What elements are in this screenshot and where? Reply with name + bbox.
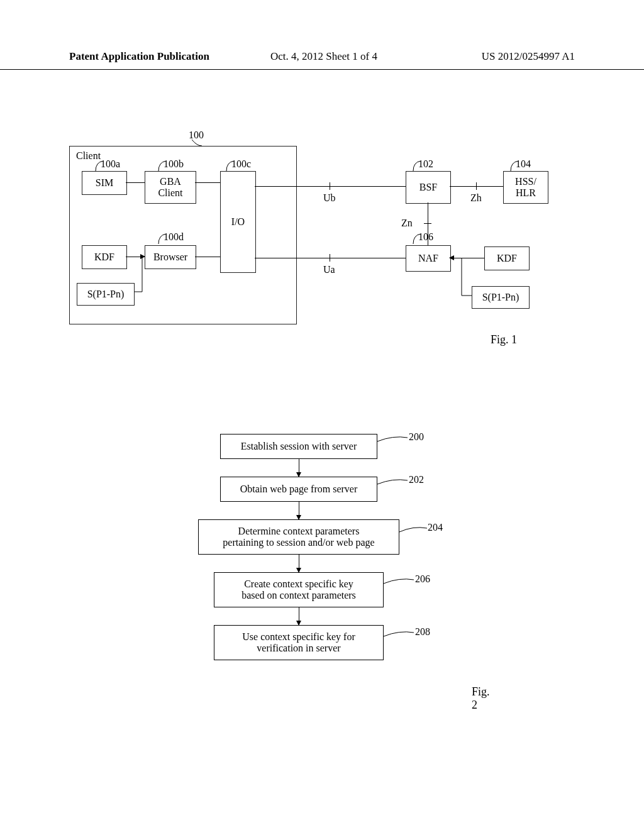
header-center: Oct. 4, 2012 Sheet 1 of 4 (270, 50, 377, 63)
sp-left-label: S(P1-Pn) (87, 289, 125, 300)
step-202-box: Obtain web page from server (220, 477, 377, 502)
label-ua: Ua (323, 264, 335, 275)
sp-right-label: S(P1-Pn) (482, 292, 519, 303)
header-left: Patent Application Publication (69, 50, 209, 63)
naf-label: NAF (418, 253, 438, 264)
naf-box: NAF (406, 245, 451, 272)
label-ub: Ub (323, 192, 336, 204)
header-right: US 2012/0254997 A1 (482, 50, 575, 63)
hss-label: HSS/ HLR (515, 176, 536, 199)
label-zn: Zn (401, 218, 413, 229)
arrow-206-208 (299, 607, 299, 625)
step-202-text: Obtain web page from server (240, 484, 358, 495)
kdf-right-box: KDF (484, 246, 530, 270)
client-title: Client (76, 150, 101, 162)
step-208-num: 208 (415, 626, 430, 638)
line-ua (255, 258, 406, 258)
hss-box: HSS/ HLR (503, 171, 548, 204)
step-202-num: 202 (409, 474, 424, 485)
sp-left-box: S(P1-Pn) (77, 283, 135, 306)
kdf-left-label: KDF (94, 252, 114, 263)
io-box: I/O (220, 171, 256, 273)
kdf-right-label: KDF (497, 253, 517, 264)
arrow-200-202 (299, 459, 299, 477)
step-208-box: Use context specific key for verificatio… (214, 625, 384, 660)
gba-label: GBA Client (158, 176, 182, 199)
fig2-caption: Fig. 2 (472, 685, 490, 712)
kdf-left-box: KDF (82, 245, 127, 269)
sp-right-connector (450, 258, 473, 297)
sim-box: SIM (82, 171, 127, 195)
line-zn (428, 202, 428, 245)
tick-ua (330, 254, 330, 262)
label-zh: Zh (470, 192, 482, 204)
sp-left-connector (135, 257, 147, 293)
step-204-box: Determine context parameters pertaining … (198, 519, 399, 555)
line-ub (255, 186, 406, 187)
step-200-text: Establish session with server (241, 441, 357, 452)
line-sim-gba (126, 182, 145, 183)
step-208-text: Use context specific key for verificatio… (242, 631, 355, 654)
tick-zh (476, 182, 477, 190)
callout-curve-100 (192, 140, 203, 148)
figure-2: Establish session with server 200 Obtain… (176, 434, 478, 711)
tick-zn (424, 223, 431, 224)
callout-206 (384, 578, 415, 589)
hook-106 (412, 234, 422, 245)
hook-100d (157, 234, 167, 245)
callout-200 (377, 436, 409, 446)
arrow-204-206 (299, 555, 299, 572)
step-206-num: 206 (415, 573, 430, 585)
bsf-label: BSF (419, 182, 437, 193)
callout-208 (384, 631, 415, 641)
gba-box: GBA Client (145, 171, 196, 204)
step-200-box: Establish session with server (220, 434, 377, 459)
tick-ub (330, 182, 330, 190)
bsf-box: BSF (406, 171, 451, 204)
line-browser-io (195, 257, 220, 257)
page: Patent Application Publication Oct. 4, 2… (0, 0, 644, 830)
figure-1: Client 100 100a 100b 100c SIM GBA Client… (69, 132, 572, 340)
arrow-202-204 (299, 502, 299, 519)
browser-box: Browser (145, 245, 196, 269)
step-206-text: Create context specific key based on con… (242, 578, 356, 601)
fig1-caption: Fig. 1 (491, 333, 517, 346)
step-206-box: Create context specific key based on con… (214, 572, 384, 607)
browser-label: Browser (153, 252, 187, 263)
step-200-num: 200 (409, 431, 424, 443)
callout-202 (377, 479, 409, 489)
step-204-num: 204 (428, 522, 443, 533)
sp-right-box: S(P1-Pn) (472, 286, 530, 309)
io-label: I/O (231, 216, 245, 228)
sim-label: SIM (96, 177, 113, 189)
line-gba-io (195, 182, 220, 183)
header: Patent Application Publication Oct. 4, 2… (0, 50, 644, 70)
step-204-text: Determine context parameters pertaining … (223, 526, 374, 548)
callout-204 (399, 527, 428, 537)
